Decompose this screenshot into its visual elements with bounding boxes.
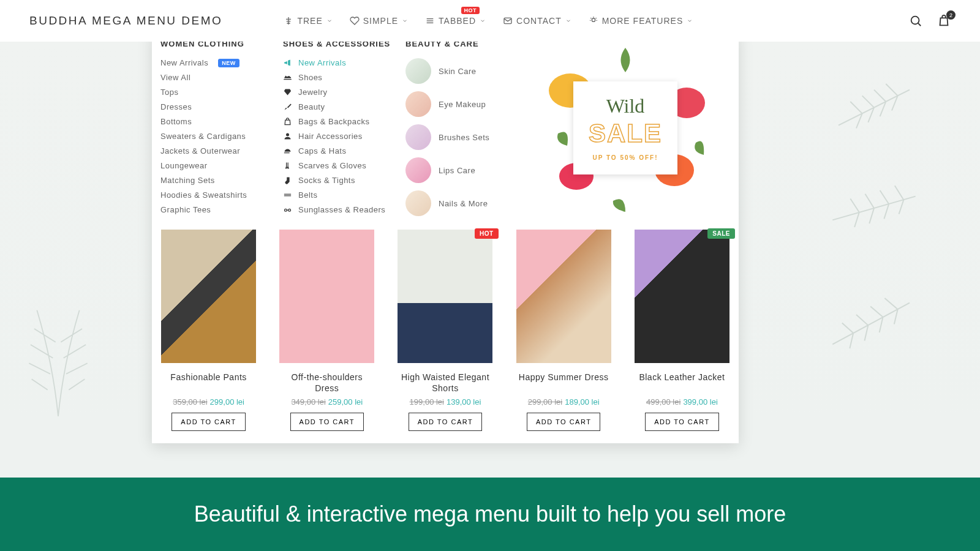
menu-item[interactable]: Bags & Backpacks xyxy=(283,117,399,126)
menu-item-new-arrivals[interactable]: New ArrivalsNEW xyxy=(160,58,277,67)
menu-item[interactable]: Sweaters & Cardigans xyxy=(160,132,277,141)
product-price: 199,00 lei139,00 lei xyxy=(410,397,481,407)
svg-point-16 xyxy=(288,209,291,211)
thumbnail xyxy=(405,190,431,216)
nav-more-features[interactable]: MORE FEATURES xyxy=(589,16,693,26)
tabs-icon xyxy=(425,16,435,26)
menu-item[interactable]: Dresses xyxy=(160,102,277,111)
nav-tabbed[interactable]: HOT TABBED xyxy=(425,16,486,26)
svg-line-6 xyxy=(590,18,591,18)
product-name: Happy Summer Dress xyxy=(519,372,609,394)
menu-item[interactable]: Shoes xyxy=(283,73,399,82)
banner-text: Beautiful & interactive mega menu built … xyxy=(194,501,786,527)
product-grid: Fashionable Pants 359,00 lei299,00 lei A… xyxy=(160,230,730,431)
add-to-cart-button[interactable]: ADD TO CART xyxy=(172,413,245,431)
menu-item-brushes[interactable]: Brushes Sets xyxy=(405,124,514,150)
svg-point-12 xyxy=(286,133,289,137)
column-shoes-accessories: SHOES & ACCESSORIES New Arrivals Shoes J… xyxy=(283,39,399,216)
svg-point-15 xyxy=(285,209,287,211)
menu-item-label: Brushes Sets xyxy=(439,133,489,142)
add-to-cart-button[interactable]: ADD TO CART xyxy=(409,413,482,431)
chevron-down-icon xyxy=(326,18,333,24)
thumbnail xyxy=(405,58,431,84)
product-card[interactable]: Off-the-shoulders Dress 349,00 lei259,00… xyxy=(279,230,375,431)
product-price: 359,00 lei299,00 lei xyxy=(173,397,244,407)
product-card[interactable]: HOT High Waisted Elegant Shorts 199,00 l… xyxy=(397,230,493,431)
product-image xyxy=(635,230,729,363)
header: BUDDHA MEGA MENU DEMO TREE SIMPLE HOT TA… xyxy=(0,0,980,42)
menu-item[interactable]: Beauty xyxy=(283,102,399,111)
menu-item-label: Beauty xyxy=(298,102,325,111)
thumbnail xyxy=(405,124,431,150)
menu-item[interactable]: Tops xyxy=(160,88,277,97)
product-image xyxy=(398,230,492,363)
menu-item[interactable]: Hair Accessories xyxy=(283,132,399,141)
product-card[interactable]: Happy Summer Dress 299,00 lei189,00 lei … xyxy=(516,230,612,431)
menu-item[interactable]: Jackets & Outerwear xyxy=(160,146,277,156)
promo-sale-text: SALE xyxy=(581,119,670,148)
nav-simple[interactable]: SIMPLE xyxy=(350,16,408,26)
product-price: 299,00 lei189,00 lei xyxy=(528,397,600,407)
menu-item[interactable]: Loungewear xyxy=(160,161,277,170)
product-card[interactable]: Fashionable Pants 359,00 lei299,00 lei A… xyxy=(160,230,257,431)
person-icon xyxy=(283,132,292,141)
socks-icon xyxy=(283,176,292,185)
chevron-down-icon xyxy=(480,18,486,24)
column-beauty-care: BEAUTY & CARE Skin Care Eye Makeup Brush… xyxy=(405,39,514,216)
menu-item-nails[interactable]: Nails & More xyxy=(405,190,514,216)
product-price: 499,00 lei399,00 lei xyxy=(646,397,718,407)
megaphone-icon xyxy=(283,58,292,67)
menu-item[interactable]: Bottoms xyxy=(160,117,277,126)
menu-item-label: Jewelry xyxy=(298,88,328,97)
menu-item[interactable]: Jewelry xyxy=(283,88,399,97)
menu-item-eye-makeup[interactable]: Eye Makeup xyxy=(405,91,514,117)
product-name: Off-the-shoulders Dress xyxy=(279,372,375,394)
new-badge: NEW xyxy=(218,59,239,67)
main-nav: TREE SIMPLE HOT TABBED CONTACT MORE FEAT… xyxy=(284,16,693,26)
menu-item-skin-care[interactable]: Skin Care xyxy=(405,58,514,84)
cart-count-badge: 2 xyxy=(946,10,956,20)
menu-item-lips-care[interactable]: Lips Care xyxy=(405,157,514,183)
product-name: Fashionable Pants xyxy=(170,372,246,394)
nav-tree[interactable]: TREE xyxy=(284,16,332,26)
product-card[interactable]: SALE Black Leather Jacket 499,00 lei399,… xyxy=(634,230,730,431)
tree-icon xyxy=(284,16,293,26)
menu-item-label: Caps & Hats xyxy=(298,146,346,156)
belt-icon xyxy=(283,190,292,200)
menu-item[interactable]: Graphic Tees xyxy=(160,205,277,214)
menu-item[interactable]: Caps & Hats xyxy=(283,146,399,156)
menu-item-label: Shoes xyxy=(298,73,322,82)
menu-item[interactable]: Belts xyxy=(283,190,399,200)
add-to-cart-button[interactable]: ADD TO CART xyxy=(645,413,718,431)
search-icon[interactable] xyxy=(909,14,922,28)
nav-label: TREE xyxy=(297,16,322,26)
menu-item[interactable]: View All xyxy=(160,73,277,82)
thumbnail xyxy=(405,157,431,183)
nav-contact[interactable]: CONTACT xyxy=(503,16,571,26)
menu-item-label: Socks & Tights xyxy=(298,176,355,185)
menu-item[interactable]: Scarves & Gloves xyxy=(283,161,399,170)
menu-item[interactable]: Hoodies & Sweatshirts xyxy=(160,190,277,200)
thumbnail xyxy=(405,91,431,117)
menu-item[interactable]: Socks & Tights xyxy=(283,176,399,185)
menu-item-new-arrivals[interactable]: New Arrivals xyxy=(283,58,399,67)
menu-item-label: Belts xyxy=(298,190,317,200)
product-image xyxy=(516,230,611,363)
promo-banner[interactable]: Wild SALE UP TO 50% OFF! xyxy=(521,39,730,216)
menu-item[interactable]: Sunglasses & Readers xyxy=(283,205,399,214)
menu-item-label: Hair Accessories xyxy=(298,132,363,141)
product-name: Black Leather Jacket xyxy=(639,372,725,394)
menu-item[interactable]: Matching Sets xyxy=(160,176,277,185)
footer-banner: Beautiful & interactive mega menu built … xyxy=(0,478,980,551)
add-to-cart-button[interactable]: ADD TO CART xyxy=(527,413,600,431)
menu-item-label: New Arrivals xyxy=(160,58,208,67)
nav-label: MORE FEATURES xyxy=(602,16,684,26)
promo-sub-text: UP TO 50% OFF! xyxy=(581,154,670,161)
logo[interactable]: BUDDHA MEGA MENU DEMO xyxy=(29,14,222,28)
cap-icon xyxy=(283,146,292,156)
promo-card: Wild SALE UP TO 50% OFF! xyxy=(573,81,677,174)
svg-point-10 xyxy=(911,17,919,24)
add-to-cart-button[interactable]: ADD TO CART xyxy=(290,413,364,431)
mega-menu: WOMEN CLOTHING New ArrivalsNEW View All … xyxy=(152,29,739,443)
cart-button[interactable]: 2 xyxy=(937,14,951,28)
